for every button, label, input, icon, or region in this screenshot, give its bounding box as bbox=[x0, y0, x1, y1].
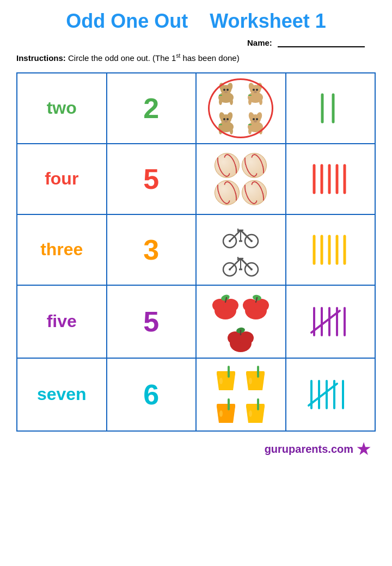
svg-rect-96 bbox=[228, 366, 230, 378]
number-four: 5 bbox=[143, 163, 159, 195]
baseballs-container bbox=[211, 153, 271, 205]
svg-point-34 bbox=[253, 118, 255, 120]
number-cell-three: 3 bbox=[107, 214, 197, 285]
image-cell-cups bbox=[196, 358, 286, 431]
svg-rect-99 bbox=[257, 366, 259, 378]
image-cell-baseballs bbox=[196, 144, 286, 214]
svg-line-63 bbox=[230, 259, 241, 269]
tally-three-svg bbox=[309, 231, 352, 269]
svg-rect-101 bbox=[217, 404, 235, 408]
title-part2: Worksheet 1 bbox=[210, 10, 326, 32]
word-four: four bbox=[45, 169, 78, 188]
svg-rect-104 bbox=[246, 404, 265, 408]
svg-point-17 bbox=[248, 99, 252, 105]
cup-icon-1 bbox=[212, 363, 240, 393]
svg-line-93 bbox=[311, 311, 340, 333]
svg-line-53 bbox=[241, 230, 252, 241]
instructions-text2: has been done) bbox=[180, 53, 239, 63]
svg-point-24 bbox=[223, 118, 225, 120]
dog-icon-2 bbox=[242, 80, 269, 107]
row-four: four 5 bbox=[17, 144, 375, 214]
word-cell-three: three bbox=[17, 214, 107, 285]
number-cell-five: 5 bbox=[107, 285, 197, 358]
svg-point-28 bbox=[230, 128, 233, 134]
apple-icon-3 bbox=[226, 323, 255, 353]
number-five: 5 bbox=[143, 306, 159, 337]
baseball-4 bbox=[242, 180, 267, 205]
image-cell-dogs bbox=[196, 73, 286, 144]
word-cell-five: five bbox=[17, 285, 107, 358]
svg-point-36 bbox=[254, 120, 257, 122]
svg-point-100 bbox=[249, 378, 252, 384]
instructions-bold: Instructions: bbox=[16, 53, 66, 63]
svg-line-64 bbox=[241, 259, 252, 269]
svg-rect-95 bbox=[217, 371, 235, 375]
tally-cell-four bbox=[286, 144, 376, 214]
number-three: 3 bbox=[143, 234, 159, 266]
number-seven: 6 bbox=[143, 379, 159, 410]
svg-rect-29 bbox=[219, 124, 222, 125]
image-cell-apples bbox=[196, 285, 286, 358]
name-underline[interactable] bbox=[278, 46, 365, 47]
svg-point-18 bbox=[259, 99, 262, 105]
svg-point-97 bbox=[219, 378, 223, 384]
footer-text: guruparents.com bbox=[265, 443, 353, 456]
title-part1: Odd One Out bbox=[66, 10, 188, 32]
svg-rect-102 bbox=[228, 398, 230, 410]
svg-line-52 bbox=[230, 230, 241, 241]
svg-point-7 bbox=[219, 99, 222, 105]
tally-cell-two bbox=[286, 73, 376, 144]
apple-icon-1 bbox=[211, 290, 240, 321]
cups-container bbox=[205, 363, 276, 426]
dog-icon-4 bbox=[242, 109, 269, 137]
svg-point-27 bbox=[219, 128, 222, 134]
tally-cell-five bbox=[286, 285, 376, 358]
word-seven: seven bbox=[37, 384, 87, 404]
bikes-container bbox=[208, 222, 273, 278]
number-cell-two: 2 bbox=[107, 73, 197, 144]
svg-point-26 bbox=[224, 120, 228, 122]
svg-point-15 bbox=[256, 89, 258, 91]
svg-rect-9 bbox=[219, 95, 222, 96]
name-label: Name: bbox=[247, 38, 272, 47]
number-cell-seven: 6 bbox=[107, 358, 197, 431]
page-title: Odd One Out Worksheet 1 bbox=[16, 10, 376, 33]
svg-point-38 bbox=[259, 128, 262, 134]
instructions-text: Circle the odd one out. (The 1 bbox=[68, 53, 176, 63]
dog-icon-3 bbox=[212, 109, 240, 137]
name-line: Name: bbox=[16, 38, 376, 47]
cup-icon-4 bbox=[242, 396, 269, 426]
tally-five-svg bbox=[309, 303, 352, 341]
star-icon: ★ bbox=[357, 440, 370, 458]
row-two: two 2 bbox=[17, 73, 375, 144]
svg-rect-39 bbox=[248, 124, 252, 125]
bike-icon-1 bbox=[222, 222, 260, 249]
svg-point-5 bbox=[226, 89, 229, 91]
tally-cell-three bbox=[286, 214, 376, 285]
word-cell-seven: seven bbox=[17, 358, 107, 431]
svg-point-16 bbox=[254, 91, 257, 93]
word-two: two bbox=[47, 98, 77, 118]
svg-point-37 bbox=[248, 128, 252, 134]
tally-cell-seven bbox=[286, 358, 376, 431]
word-cell-two: two bbox=[17, 73, 107, 144]
baseball-2 bbox=[242, 153, 267, 178]
cup-icon-2 bbox=[242, 363, 269, 393]
row-five: five 5 bbox=[17, 285, 375, 358]
svg-rect-98 bbox=[246, 371, 265, 375]
svg-point-4 bbox=[223, 89, 225, 91]
image-cell-bikes bbox=[196, 214, 286, 285]
word-five: five bbox=[47, 311, 77, 331]
tally-seven-svg bbox=[306, 376, 355, 414]
svg-point-106 bbox=[249, 410, 252, 417]
svg-point-8 bbox=[230, 99, 233, 105]
tally-two-svg bbox=[314, 89, 347, 127]
apples-container bbox=[205, 290, 276, 353]
svg-point-103 bbox=[219, 410, 223, 417]
svg-point-6 bbox=[224, 91, 228, 93]
apple-icon-2 bbox=[242, 290, 270, 321]
svg-point-35 bbox=[256, 118, 258, 120]
svg-point-14 bbox=[253, 89, 255, 91]
tally-four-svg bbox=[309, 160, 352, 198]
footer: guruparents.com ★ bbox=[16, 440, 376, 458]
